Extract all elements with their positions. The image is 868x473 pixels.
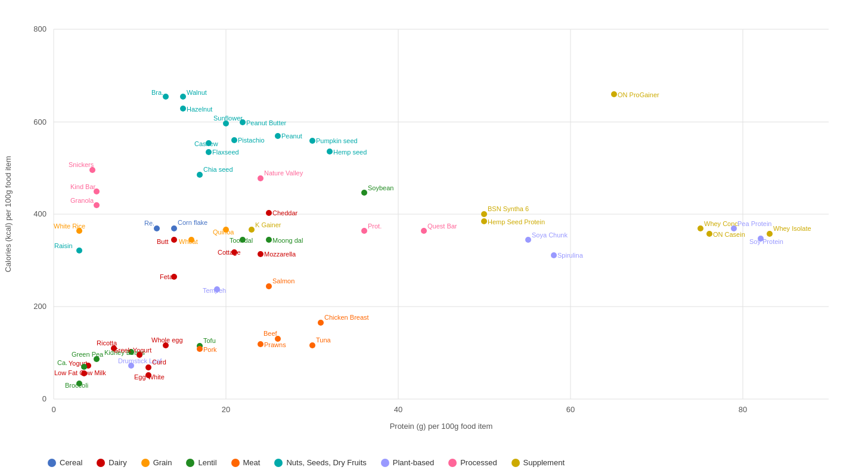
data-label: Prawns — [264, 341, 286, 348]
data-point — [275, 133, 281, 139]
data-point — [421, 228, 427, 234]
legend-dot-grain — [141, 459, 150, 467]
data-point — [197, 172, 203, 178]
data-label: Peanut Butter — [246, 119, 287, 126]
data-label: Chicken Breast — [324, 314, 369, 321]
data-point — [171, 237, 177, 243]
data-label: Curd — [152, 358, 166, 366]
data-label: Tempeh — [203, 287, 226, 294]
data-label: ON Casein — [713, 231, 745, 238]
legend-dot-cereal — [48, 459, 56, 467]
data-point — [206, 149, 212, 155]
legend-label-plant-based: Plant-based — [393, 458, 434, 467]
data-label: Tofu — [203, 337, 216, 344]
svg-text:40: 40 — [394, 405, 402, 414]
svg-text:Protein (g) per 100g food item: Protein (g) per 100g food item — [390, 422, 493, 431]
data-point — [361, 190, 367, 196]
chart-container: 800 600 400 200 0 0 20 40 60 80 Calories… — [0, 0, 868, 473]
data-label: Ca. — [57, 359, 67, 366]
data-point — [249, 227, 255, 233]
legend-item-nuts: Nuts, Seeds, Dry Fruits — [274, 458, 366, 467]
data-label: Wheat — [179, 238, 198, 245]
data-label: White Rice — [54, 222, 85, 230]
legend-dot-nuts — [274, 459, 283, 467]
data-point — [145, 364, 151, 370]
data-label: Hemp Seed Protein — [488, 218, 545, 225]
legend-label-dairy: Dairy — [108, 458, 126, 467]
data-label: Flaxseed — [212, 149, 239, 156]
legend-dot-supplement — [512, 459, 520, 467]
data-point — [266, 237, 272, 243]
data-point — [76, 248, 82, 253]
data-point — [258, 175, 264, 181]
data-label: Salmon — [272, 277, 294, 285]
legend-item-lentil: Lentil — [186, 458, 216, 467]
legend-dot-processed — [448, 459, 457, 467]
data-point — [163, 94, 169, 100]
data-label: Egg White — [134, 373, 165, 381]
data-point — [258, 251, 264, 257]
data-point — [481, 218, 487, 224]
data-label: Toor dal — [230, 237, 253, 244]
data-point — [698, 225, 703, 231]
data-label: BSN Syntha 6 — [488, 205, 529, 212]
data-point — [327, 149, 333, 154]
data-label: Raisin — [54, 242, 73, 249]
legend-label-nuts: Nuts, Seeds, Dry Fruits — [286, 458, 366, 467]
data-point — [706, 231, 712, 237]
data-label: Pea Protein — [737, 220, 771, 227]
svg-text:200: 200 — [33, 302, 46, 311]
data-point — [611, 91, 617, 97]
data-label: Quinoa — [213, 228, 234, 236]
svg-text:0: 0 — [51, 405, 55, 414]
data-point — [258, 341, 264, 347]
data-label: Tuna — [316, 336, 331, 344]
data-label: Soya Chunk — [532, 231, 568, 239]
data-label: Nature Valley — [264, 169, 303, 177]
legend-label-cereal: Cereal — [60, 458, 82, 467]
legend-dot-plant-based — [381, 459, 389, 467]
data-label: Broccoli — [65, 382, 88, 389]
legend-item-grain: Grain — [141, 458, 172, 467]
data-point — [266, 210, 272, 216]
data-label: Cashew — [194, 140, 218, 147]
data-label: Snickers — [69, 161, 94, 168]
data-label: Low Fat Cow Milk — [54, 369, 106, 376]
data-point — [81, 364, 87, 370]
legend-label-grain: Grain — [153, 458, 172, 467]
legend-item-meat: Meat — [231, 458, 261, 467]
legend-item-supplement: Supplement — [512, 458, 565, 467]
data-point — [94, 202, 100, 208]
data-label: Prot. — [368, 222, 382, 230]
svg-text:20: 20 — [222, 405, 230, 414]
data-label: Peanut — [281, 132, 302, 140]
legend-label-supplement: Supplement — [523, 458, 565, 467]
data-label: Quest Bar — [427, 222, 457, 230]
data-label: Re. — [144, 220, 154, 227]
data-label: Whole egg — [151, 336, 183, 344]
legend-dot-dairy — [97, 459, 105, 467]
svg-text:600: 600 — [33, 118, 46, 126]
data-label: Pumpkin seed — [316, 137, 358, 144]
data-point — [525, 237, 531, 243]
data-point — [318, 320, 324, 326]
chart-area: 800 600 400 200 0 0 20 40 60 80 Calories… — [0, 0, 868, 452]
legend-label-meat: Meat — [243, 458, 261, 467]
data-label: Moong dal — [272, 237, 303, 244]
legend-item-dairy: Dairy — [97, 458, 126, 467]
legend-item-cereal: Cereal — [48, 458, 82, 467]
legend-label-processed: Processed — [460, 458, 497, 467]
data-label: Beef — [264, 330, 278, 337]
data-point — [767, 231, 773, 237]
svg-text:60: 60 — [566, 405, 575, 414]
data-label: Mozzarella — [264, 251, 296, 258]
data-point — [197, 346, 203, 352]
svg-text:Calories (kcal) per 100g food : Calories (kcal) per 100g food item — [4, 156, 13, 272]
data-point — [266, 283, 272, 289]
data-label: Ricotta — [97, 339, 117, 347]
data-label: Kind Bar — [70, 183, 96, 190]
data-point — [171, 225, 177, 231]
data-point — [180, 94, 186, 100]
data-label: Sunflower — [213, 115, 243, 122]
data-label: Cheddar — [272, 209, 298, 217]
